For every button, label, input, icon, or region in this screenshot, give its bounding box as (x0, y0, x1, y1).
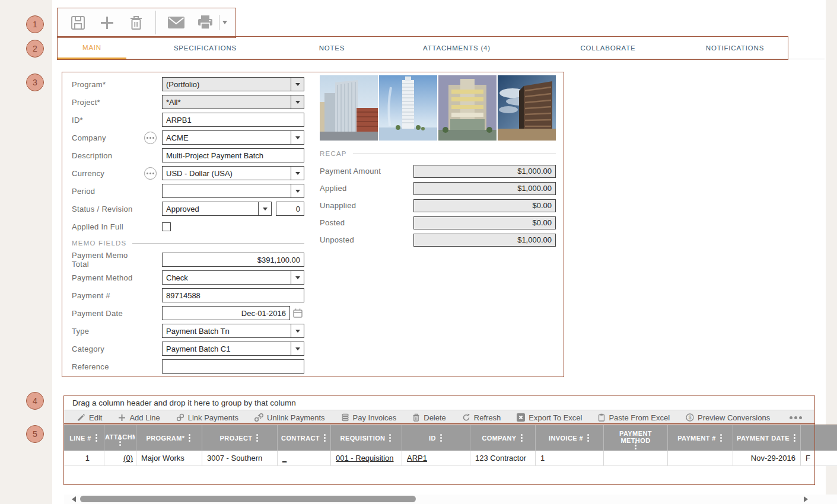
applied-in-full-checkbox[interactable] (162, 222, 171, 231)
form-left-column: Program* (Portfolio) Project* *All* ID* … (72, 75, 304, 375)
clipboard-icon (598, 413, 605, 422)
cell-attachment[interactable]: (0) (104, 451, 136, 465)
table-row[interactable]: 1 (0) Major Works 3007 - Southern _ 001 … (64, 451, 837, 466)
dropdown-arrow-icon[interactable] (258, 202, 271, 215)
column-header-payment-method[interactable]: PAYMENT METHOD (604, 425, 668, 451)
column-menu-icon[interactable] (389, 437, 391, 439)
tab-main[interactable]: MAIN (58, 37, 126, 59)
column-header-invoice[interactable]: INVOICE # (536, 425, 604, 451)
column-menu-icon[interactable] (720, 437, 722, 439)
form-right-column: RECAP Payment Amount $1,000.00 Applied $… (320, 75, 556, 248)
refresh-icon (462, 413, 470, 422)
print-dropdown-caret[interactable] (222, 21, 227, 24)
column-menu-icon[interactable] (324, 437, 326, 439)
currency-lookup-button[interactable] (144, 167, 157, 180)
column-header-program[interactable]: PROGRAM* (136, 425, 202, 451)
project-select[interactable]: *All* (162, 95, 304, 109)
column-menu-icon[interactable] (256, 437, 258, 439)
column-menu-icon[interactable] (440, 437, 442, 439)
currency-select[interactable]: USD - Dollar (USA) (162, 166, 304, 180)
mail-button[interactable] (167, 14, 185, 31)
calendar-button[interactable] (292, 308, 303, 318)
type-select[interactable]: Payment Batch Tn (162, 324, 304, 338)
cell-id[interactable]: ARP1 (402, 451, 470, 465)
column-header-requisition[interactable]: REQUISITION (331, 425, 402, 451)
recap-row-applied: Applied $1,000.00 (320, 180, 556, 197)
payment-memo-total-input[interactable]: $391,100.00 (162, 253, 304, 267)
payment-number-input[interactable]: 89714588 (162, 288, 304, 302)
scroll-right-arrow-icon[interactable] (804, 496, 808, 502)
dropdown-arrow-icon[interactable] (291, 184, 304, 197)
column-menu-icon[interactable] (635, 445, 636, 446)
group-by-bar[interactable]: Drag a column header and drop it here to… (64, 396, 814, 410)
column-menu-icon[interactable] (189, 437, 190, 439)
tab-notifications[interactable]: NOTIFICATIONS (682, 37, 788, 59)
link-payments-button[interactable]: Link Payments (176, 413, 238, 422)
horizontal-scrollbar-track[interactable] (64, 495, 837, 504)
column-menu-icon[interactable] (119, 441, 121, 443)
pay-invoices-button[interactable]: Pay Invoices (341, 413, 397, 422)
cell-invoice: 1 (536, 451, 604, 465)
column-header-payment-number[interactable]: PAYMENT # (668, 425, 733, 451)
column-header-attachment[interactable]: ATTACHMENT (104, 425, 136, 451)
column-menu-icon[interactable] (521, 437, 523, 439)
payment-memo-total-label: Payment Memo Total (72, 251, 144, 269)
paste-from-excel-button[interactable]: Paste From Excel (598, 413, 670, 422)
more-actions-button[interactable] (794, 416, 797, 419)
dropdown-arrow-icon[interactable] (291, 131, 304, 144)
dropdown-arrow-icon[interactable] (291, 324, 304, 337)
save-button[interactable] (69, 14, 87, 31)
cell-requisition[interactable]: 001 - Requisition (331, 451, 402, 465)
payment-date-input[interactable]: Dec-01-2016 (162, 306, 290, 320)
revision-input[interactable]: 0 (276, 202, 304, 216)
column-header-contract[interactable]: CONTRACT (278, 425, 331, 451)
period-select[interactable] (162, 184, 304, 198)
add-line-button[interactable]: Add Line (118, 413, 160, 422)
column-header-payment-date[interactable]: PAYMENT DATE (733, 425, 801, 451)
column-header-project[interactable]: PROJECT (202, 425, 278, 451)
company-select[interactable]: ACME (162, 130, 304, 145)
program-select[interactable]: (Portfolio) (162, 77, 304, 91)
reference-input[interactable] (162, 359, 304, 374)
edit-button[interactable]: Edit (77, 413, 102, 422)
dropdown-arrow-icon[interactable] (291, 271, 304, 284)
column-header-id[interactable]: ID (402, 425, 470, 451)
requisition-link[interactable]: 001 - Requisition (336, 454, 394, 462)
column-menu-icon[interactable] (587, 437, 589, 439)
attachment-link[interactable]: (0) (123, 454, 133, 462)
status-select[interactable]: Approved (162, 202, 272, 216)
grid-delete-button[interactable]: Delete (412, 413, 446, 422)
tab-attachments[interactable]: ATTACHMENTS (4) (380, 37, 534, 59)
dropdown-arrow-icon[interactable] (291, 342, 304, 355)
horizontal-scrollbar-thumb[interactable] (80, 496, 416, 502)
contract-link[interactable]: _ (282, 454, 287, 462)
id-link[interactable]: ARP1 (407, 454, 427, 462)
id-input[interactable]: ARPB1 (162, 113, 304, 127)
preview-conversions-label: Preview Conversions (698, 413, 770, 422)
column-header-line[interactable]: LINE # (64, 425, 104, 451)
dropdown-arrow-icon[interactable] (291, 78, 304, 91)
payment-method-select[interactable]: Check (162, 270, 304, 285)
column-menu-icon[interactable] (96, 437, 97, 439)
export-to-excel-button[interactable]: Export To Excel (517, 413, 582, 422)
category-select[interactable]: Payment Batch C1 (162, 342, 304, 356)
refresh-button[interactable]: Refresh (462, 413, 501, 422)
preview-conversions-button[interactable]: $ Preview Conversions (686, 413, 770, 422)
column-header-company[interactable]: COMPANY (470, 425, 536, 451)
dropdown-arrow-icon[interactable] (291, 167, 304, 180)
tab-notes[interactable]: NOTES (284, 37, 380, 59)
scroll-left-arrow-icon[interactable] (72, 496, 76, 502)
company-lookup-button[interactable] (144, 132, 157, 144)
dropdown-arrow-icon[interactable] (291, 95, 304, 109)
print-split-separator (219, 15, 219, 30)
tab-specifications[interactable]: SPECIFICATIONS (126, 37, 284, 59)
column-menu-icon[interactable] (794, 437, 795, 439)
add-button[interactable] (98, 14, 116, 31)
delete-button[interactable] (127, 14, 145, 31)
unlink-payments-button[interactable]: Unlink Payments (254, 413, 325, 422)
print-button[interactable] (196, 14, 214, 31)
tab-collaborate[interactable]: COLLABORATE (534, 37, 682, 59)
link-payments-label: Link Payments (188, 413, 238, 422)
cell-contract[interactable]: _ (278, 451, 331, 465)
description-input[interactable]: Multi-Project Payment Batch (162, 148, 304, 162)
